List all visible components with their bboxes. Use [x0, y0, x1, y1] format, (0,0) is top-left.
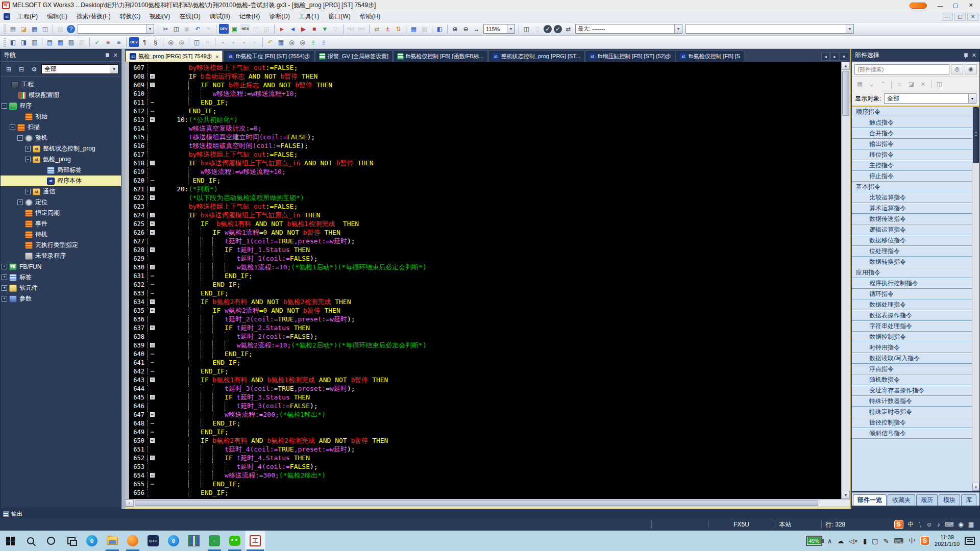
code-line[interactable]: 625− IF b氨检1有料 AND NOT b氨检1检测完成 THEN: [129, 219, 841, 228]
instruction-item[interactable]: 时钟用指令: [852, 342, 972, 353]
file-explorer-icon[interactable]: [102, 531, 122, 551]
minimize-button[interactable]: —: [933, 1, 947, 10]
vertical-scroll-thumb[interactable]: [842, 71, 849, 116]
code-line[interactable]: 629 t延时_1(coil:=FALSE);: [129, 254, 841, 263]
collapse-all-icon[interactable]: ⊟: [16, 64, 27, 74]
instruction-item[interactable]: 数据控制指令: [852, 332, 972, 342]
pen-icon[interactable]: ✎: [883, 537, 889, 545]
instruction-group-header[interactable]: 顺序指令: [852, 107, 972, 117]
display-target-combo[interactable]: 全部 ▼: [884, 93, 976, 104]
print-icon[interactable]: ◫: [40, 24, 50, 34]
close-tab-icon[interactable]: ×: [215, 54, 218, 60]
instruction-group-header[interactable]: 基本指令: [852, 182, 972, 192]
transfer-setup-icon[interactable]: ⇄: [564, 24, 573, 34]
ime-voice-icon[interactable]: ♪: [937, 521, 940, 528]
hex-display-icon[interactable]: HEX: [240, 24, 250, 34]
instruction-item[interactable]: 数据处理指令: [852, 299, 972, 310]
code-line[interactable]: 609− IF NOT b停止标志 AND NOT b暂停 THEN: [129, 81, 841, 89]
monitor-window-icon[interactable]: ◫: [522, 24, 531, 34]
copy-icon[interactable]: ◫: [172, 24, 181, 34]
write-to-plc-icon[interactable]: ►: [277, 24, 287, 34]
toolbar-grip[interactable]: [4, 38, 6, 47]
nav-splitter[interactable]: [121, 49, 125, 509]
code-line[interactable]: 654− w移送流程:=300;(*氨检2移出*): [129, 471, 841, 480]
code-line[interactable]: 633 END_IF;: [129, 289, 841, 297]
nav-item-local-label[interactable]: 局部标签: [1, 165, 121, 176]
output-bar[interactable]: 输出: [0, 509, 980, 518]
code-line[interactable]: 611 END_IF;: [129, 98, 841, 107]
new-project-icon[interactable]: ▤: [8, 24, 18, 34]
code-line[interactable]: 642 END_IF;: [129, 367, 841, 375]
code-line[interactable]: 623 by移送模组上下气缸_out:=FALSE;: [129, 202, 841, 211]
ime-mode-icon[interactable]: 中: [909, 536, 915, 545]
code-line[interactable]: 621− 20:(*判断*): [129, 185, 841, 193]
clock[interactable]: 11:392021/1/10: [935, 534, 960, 547]
fold-collapse-icon[interactable]: −: [148, 412, 157, 417]
open-project-icon[interactable]: ◪: [19, 24, 29, 34]
code-line[interactable]: 651 t延时_4(coil:=TRUE,preset:=w延时);: [129, 445, 841, 454]
instruction-item[interactable]: 逻辑运算指令: [852, 224, 972, 235]
device-comment-icon[interactable]: DEV: [129, 37, 139, 47]
tile-windows-icon[interactable]: ◨: [19, 37, 29, 47]
code-line[interactable]: 656 END_IF;: [129, 488, 841, 497]
increment-device-icon[interactable]: ±: [308, 37, 318, 47]
chevron-down-icon[interactable]: ▼: [968, 94, 976, 103]
document-tab-4[interactable]: st整机状态控制_prog [PRG] [ST...: [488, 51, 584, 62]
code-line[interactable]: 647− w移送流程:=200;(*氨检1移出*): [129, 410, 841, 419]
instruction-item[interactable]: 随机数指令: [852, 374, 972, 385]
nav-item-program-body[interactable]: st程序本体: [1, 176, 121, 186]
start-button[interactable]: [0, 531, 20, 551]
device-display-icon[interactable]: DEV: [219, 24, 229, 34]
pou-list-icon[interactable]: ▦: [854, 79, 865, 89]
instruction-item[interactable]: 移位指令: [852, 149, 972, 160]
nav-item-fixed-cycle[interactable]: 恒定周期: [1, 208, 121, 218]
cortana-button[interactable]: [41, 531, 61, 551]
fold-collapse-icon[interactable]: −: [148, 473, 157, 478]
menu-1[interactable]: 编辑(E): [42, 11, 72, 22]
code-line[interactable]: 630− w氨检1流程:=10;(*氨检1启动*)(*每循环结束后必定会判断*): [129, 263, 841, 271]
nav-item-device[interactable]: +软元件: [1, 283, 121, 293]
instruction-item[interactable]: 数据读取/写入指令: [852, 353, 972, 364]
tree-expander-icon[interactable]: −: [17, 135, 23, 141]
device-value-combo[interactable]: ▼: [685, 24, 854, 34]
nav-item-parameter[interactable]: +参数: [1, 293, 121, 304]
device-list-icon[interactable]: ▦: [56, 37, 65, 47]
instruction-item[interactable]: 数据传送指令: [852, 214, 972, 224]
zoom-level-combo[interactable]: 115%▼: [483, 24, 515, 34]
child-window-icon[interactable]: st: [4, 13, 10, 20]
label-editor-off-icon[interactable]: ▦: [420, 24, 429, 34]
code-line[interactable]: 632 END_IF;: [129, 280, 841, 289]
document-tab-3[interactable]: fb氨检仪控制 [FB] [函数/FB标...: [393, 51, 488, 62]
instruction-item[interactable]: 浮点指令: [852, 364, 972, 374]
volume-muted-icon[interactable]: ◁×: [849, 537, 858, 545]
tree-expander-icon[interactable]: −: [2, 103, 7, 109]
touch-keyboard-icon[interactable]: ⌨: [894, 537, 903, 545]
quick-access-combo[interactable]: ▼: [78, 24, 154, 34]
ime-keyboard-icon[interactable]: ⌨: [945, 521, 953, 528]
find-next-icon[interactable]: ◉: [965, 64, 977, 74]
code-line[interactable]: 649 END_IF;: [129, 428, 841, 436]
note-icon[interactable]: §: [151, 37, 160, 47]
instruction-item[interactable]: 数据表操作指令: [852, 310, 972, 321]
instruction-item[interactable]: 循环指令: [852, 289, 972, 299]
code-line[interactable]: 617 by移送模组上下气缸_out:=FALSE;: [129, 150, 841, 159]
pause-icon[interactable]: ▯: [532, 24, 542, 34]
chevron-down-icon[interactable]: ▼: [674, 24, 682, 33]
chevron-down-icon[interactable]: ▼: [846, 24, 853, 33]
fold-collapse-icon[interactable]: −: [148, 395, 157, 399]
project-verify-icon[interactable]: ▧: [56, 24, 65, 34]
code-line[interactable]: 641 END_IF;: [129, 358, 841, 367]
nav-filter-combo[interactable]: 全部 ▼: [41, 64, 118, 74]
settings-gear-icon[interactable]: ⚙: [29, 64, 40, 74]
read-from-plc-icon[interactable]: ◄: [288, 24, 298, 34]
redo-icon[interactable]: ↷: [204, 24, 213, 34]
menu-8[interactable]: 诊断(D): [264, 11, 295, 22]
tree-expander-icon[interactable]: +: [17, 199, 23, 205]
fold-collapse-icon[interactable]: −: [148, 299, 157, 304]
rebuild-all-icon[interactable]: ≡: [114, 37, 124, 47]
ladder-swap-icon[interactable]: ⇅: [394, 24, 403, 34]
gx-works3-icon[interactable]: 工: [245, 531, 265, 551]
note-display-icon[interactable]: ▫: [239, 37, 249, 47]
instruction-group-header[interactable]: 应用指令: [852, 267, 972, 278]
ladder-write-icon[interactable]: ⇄: [372, 24, 382, 34]
